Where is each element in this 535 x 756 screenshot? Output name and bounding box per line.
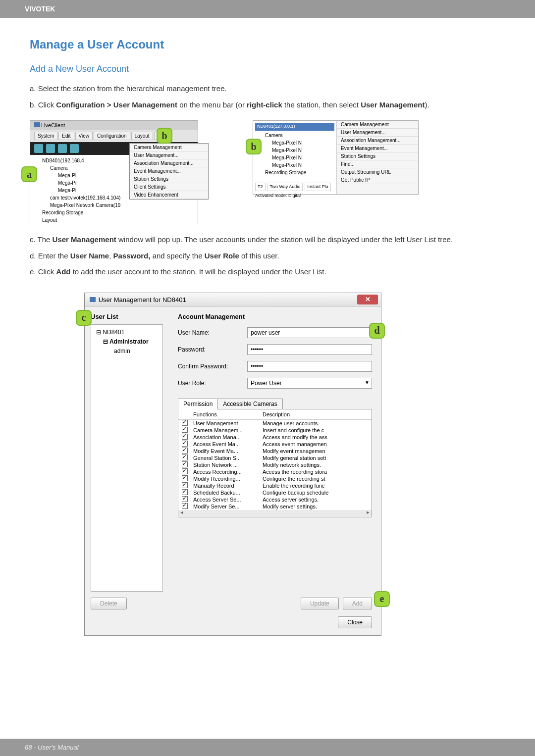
perm-function: Modify Event Ma... <box>191 448 261 454</box>
menu-system[interactable]: System <box>34 132 57 140</box>
toolbar-icon-4[interactable] <box>70 144 79 153</box>
perm-description: Configure backup schedule <box>261 489 372 496</box>
col-functions: Functions <box>191 409 261 419</box>
perm-function: Modify Recording... <box>191 475 261 482</box>
toolbar-icon-3[interactable] <box>58 144 67 153</box>
confirm-input[interactable]: •••••• <box>247 361 372 372</box>
tab-permission[interactable]: Permission <box>178 399 218 409</box>
menu-edit[interactable]: Edit <box>58 132 74 140</box>
perm-checkbox[interactable] <box>178 503 191 510</box>
perm-function: Scheduled Backu... <box>191 489 261 496</box>
window-title: LiveClient <box>30 121 198 130</box>
cm-camera-mgmt[interactable]: Camera Management <box>337 121 418 129</box>
password-label: Password: <box>178 346 247 353</box>
status-t2: T2 <box>255 183 266 192</box>
cm-user-mgmt[interactable]: User Management... <box>337 129 418 137</box>
tree-cam-b[interactable]: Mega-Pixel N <box>255 147 334 154</box>
perm-function: Modify Server Se... <box>191 503 261 510</box>
menu-view[interactable]: View <box>75 132 93 140</box>
page-title: Manage a User Account <box>30 38 505 51</box>
perm-description: Insert and configure the c <box>261 427 372 434</box>
horizontal-scrollbar[interactable]: ◄ ► <box>178 510 372 517</box>
cm-assoc-mgmt[interactable]: Association Management... <box>337 137 418 145</box>
tree-cam-d[interactable]: Mega-Pixel N <box>255 161 334 169</box>
username-label: User Name: <box>178 329 247 336</box>
perm-function: Manually Record <box>191 482 261 489</box>
perm-description: Configure the recording st <box>261 475 372 482</box>
cm-station-settings[interactable]: Station Settings <box>337 152 418 160</box>
perm-function: Association Mana... <box>191 434 261 441</box>
password-row: Password: •••••• <box>178 344 372 355</box>
tree-rec[interactable]: Recording Storage <box>255 169 334 176</box>
cm-get-ip[interactable]: Get Public IP <box>337 176 418 184</box>
scroll-left-icon[interactable]: ◄ <box>178 510 185 517</box>
tree-header[interactable]: ND8401(127.0.0.1) <box>255 123 334 131</box>
tree-cam-c[interactable]: Mega-Pixel N <box>255 154 334 161</box>
dd-event-mgmt[interactable]: Event Management... <box>130 167 208 175</box>
dd-camera-mgmt[interactable]: Camera Management <box>130 144 208 151</box>
tree-station[interactable]: ⊟ ND8401 <box>94 328 160 337</box>
role-row: User Role: Power User <box>178 378 372 389</box>
perm-description: Modify event managemen <box>261 448 372 454</box>
cm-output-url[interactable]: Output Streaming URL <box>337 168 418 176</box>
perm-row: General Station S...Modify general stati… <box>178 454 372 461</box>
confirm-row: Confirm Password: •••••• <box>178 361 372 372</box>
cm-find[interactable]: Find... <box>337 160 418 168</box>
step-c: c. The User Management window will pop u… <box>30 234 505 246</box>
perm-function: User Management <box>191 420 261 427</box>
dd-station-settings[interactable]: Station Settings <box>130 175 208 183</box>
tree-ext2[interactable]: Mega-Pixel Network Camera(19 <box>34 202 194 209</box>
perm-function: Access Server Se... <box>191 496 261 503</box>
tree-column: ND8401(127.0.0.1) Camera Mega-Pixel N Me… <box>253 121 337 194</box>
role-select[interactable]: Power User <box>247 378 372 389</box>
dd-video-enh[interactable]: Video Enhancement <box>130 191 208 199</box>
add-button[interactable]: Add <box>343 598 372 609</box>
perm-row: Modify Server Se...Modify server setting… <box>178 503 372 510</box>
perm-description: Enable the recording func <box>261 482 372 489</box>
username-input[interactable]: power user <box>247 327 372 338</box>
status-twa[interactable]: Two Way Audio <box>268 183 303 192</box>
close-button[interactable]: Close <box>338 616 372 628</box>
tree-admin-group[interactable]: ⊟ Administrator <box>94 337 160 347</box>
tab-cameras[interactable]: Accessible Cameras <box>217 399 282 409</box>
menu-layout[interactable]: Layout <box>131 132 153 140</box>
tree-camera[interactable]: Camera <box>255 132 334 139</box>
password-input[interactable]: •••••• <box>247 344 372 355</box>
tree-layout[interactable]: Layout <box>34 216 194 224</box>
tree-rec[interactable]: Recording Storage <box>34 209 194 216</box>
page-footer: 68 - User's Manual <box>0 739 535 756</box>
close-button[interactable]: ✕ <box>357 295 378 304</box>
dialog-title-bar: User Management for ND8401 ✕ <box>85 293 381 307</box>
perm-row: Station Network ...Modify network settin… <box>178 461 372 468</box>
context-menu: Camera Management User Management... Ass… <box>337 121 418 194</box>
dd-assoc-mgmt[interactable]: Association Management... <box>130 159 208 167</box>
dd-user-mgmt[interactable]: User Management... <box>130 151 208 159</box>
toolbar-icon-1[interactable] <box>34 144 43 153</box>
left-panel: User List ⊟ ND8401 ⊟ Administrator admin <box>85 307 169 598</box>
col-description: Description <box>261 409 372 419</box>
badge-b-left: b <box>157 128 172 144</box>
screenshot-context-menu: b ND8401(127.0.0.1) Camera Mega-Pixel N … <box>253 120 419 195</box>
step-b: b. Click Configuration > User Management… <box>30 100 505 111</box>
brand-label: VIVOTEK <box>25 5 55 13</box>
bottom-button-row: Delete Update Add <box>85 598 381 616</box>
configuration-dropdown: Camera Management User Management... Ass… <box>129 143 209 200</box>
dd-client-settings[interactable]: Client Settings <box>130 183 208 191</box>
status-instant[interactable]: Instant Pla <box>305 183 331 192</box>
toolbar-icon-2[interactable] <box>46 144 55 153</box>
screenshots-row: a b LiveClient System Edit View Configur… <box>30 120 505 224</box>
footer-text: 68 - User's Manual <box>25 744 79 751</box>
update-button[interactable]: Update <box>301 598 339 609</box>
scroll-right-icon[interactable]: ► <box>365 510 372 517</box>
perm-function: Access Event Ma... <box>191 441 261 448</box>
badge-b-right: b <box>246 139 262 154</box>
tree-cam-a[interactable]: Mega-Pixel N <box>255 139 334 147</box>
dialog-icon <box>90 297 96 302</box>
menu-configuration[interactable]: Configuration <box>94 132 130 140</box>
tree-admin-user[interactable]: admin <box>94 347 160 356</box>
step-d: d. Enter the User Name, Password, and sp… <box>30 251 505 262</box>
delete-button[interactable]: Delete <box>91 598 127 609</box>
perm-description: Modify general station sett <box>261 454 372 461</box>
cm-event-mgmt[interactable]: Event Management... <box>337 145 418 152</box>
badge-e: e <box>374 591 390 607</box>
